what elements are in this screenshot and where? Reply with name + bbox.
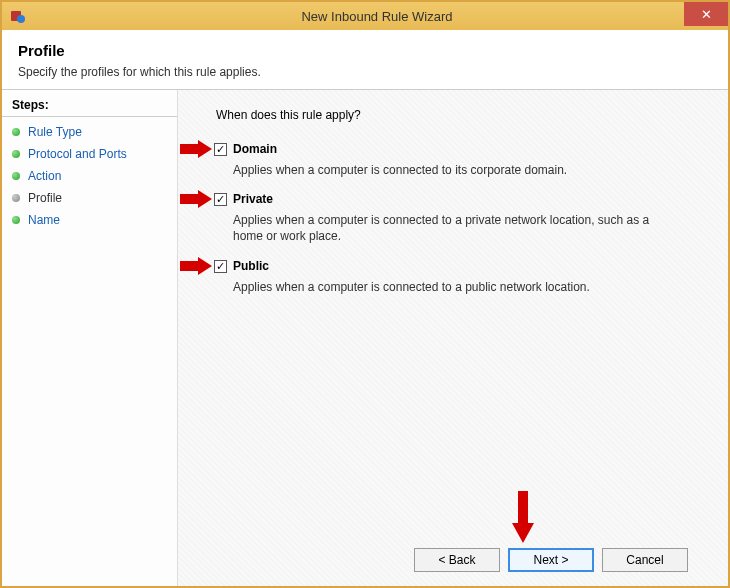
step-action[interactable]: Action [2,165,177,187]
wizard-window: New Inbound Rule Wizard ✕ Profile Specif… [0,0,730,588]
page-title: Profile [18,42,712,59]
annotation-arrow-icon [180,140,212,161]
profile-row-public: ✓ Public [214,259,706,273]
close-button[interactable]: ✕ [684,2,728,26]
checkbox-public[interactable]: ✓ [214,260,227,273]
window-title: New Inbound Rule Wizard [26,9,728,24]
next-button[interactable]: Next > [508,548,594,572]
step-label: Action [28,169,61,183]
profile-row-domain: ✓ Domain [214,142,706,156]
profile-label-private: Private [233,192,273,206]
profile-label-domain: Domain [233,142,277,156]
step-label: Profile [28,191,62,205]
annotation-arrow-icon [180,190,212,211]
checkmark-icon: ✓ [216,261,225,272]
question-text: When does this rule apply? [216,108,706,122]
profile-desc-public: Applies when a computer is connected to … [233,279,663,295]
svg-marker-4 [180,257,212,275]
header: Profile Specify the profiles for which t… [2,30,728,90]
close-icon: ✕ [701,7,712,22]
step-name[interactable]: Name [2,209,177,231]
step-label: Protocol and Ports [28,147,127,161]
step-protocol-ports[interactable]: Protocol and Ports [2,143,177,165]
main-panel: When does this rule apply? ✓ Domain Appl… [178,90,728,586]
profile-row-private: ✓ Private [214,192,706,206]
steps-sidebar: Steps: Rule Type Protocol and Ports Acti… [2,90,178,586]
step-label: Rule Type [28,125,82,139]
cancel-button[interactable]: Cancel [602,548,688,572]
back-button[interactable]: < Back [414,548,500,572]
step-label: Name [28,213,60,227]
footer-buttons: < Back Next > Cancel [214,536,706,586]
checkbox-private[interactable]: ✓ [214,193,227,206]
profile-desc-private: Applies when a computer is connected to … [233,212,663,244]
steps-heading: Steps: [2,96,177,117]
bullet-icon [12,150,20,158]
svg-marker-3 [180,190,212,208]
bullet-icon [12,194,20,202]
bullet-icon [12,216,20,224]
svg-marker-5 [512,491,534,543]
profile-label-public: Public [233,259,269,273]
checkbox-domain[interactable]: ✓ [214,143,227,156]
profile-desc-domain: Applies when a computer is connected to … [233,162,663,178]
annotation-arrow-icon [180,257,212,278]
titlebar: New Inbound Rule Wizard ✕ [2,2,728,30]
checkmark-icon: ✓ [216,194,225,205]
annotation-down-arrow-icon [512,491,534,546]
bullet-icon [12,128,20,136]
step-profile[interactable]: Profile [2,187,177,209]
bullet-icon [12,172,20,180]
svg-marker-2 [180,140,212,158]
firewall-icon [10,8,26,24]
step-rule-type[interactable]: Rule Type [2,121,177,143]
checkmark-icon: ✓ [216,144,225,155]
svg-point-1 [17,15,25,23]
page-subtitle: Specify the profiles for which this rule… [18,65,712,79]
